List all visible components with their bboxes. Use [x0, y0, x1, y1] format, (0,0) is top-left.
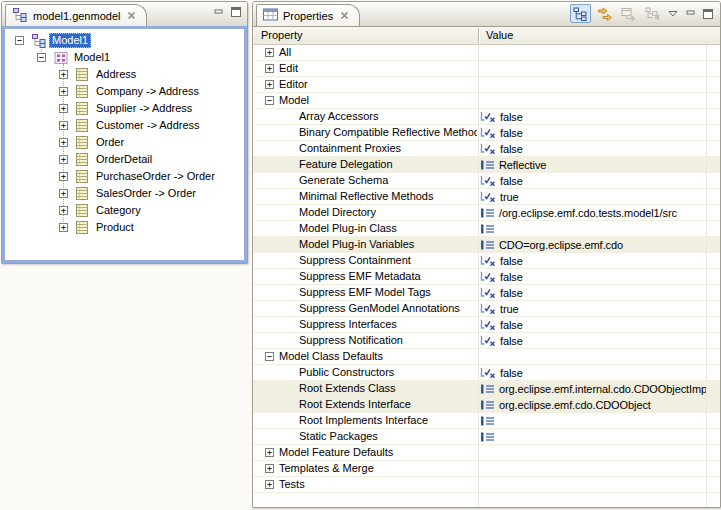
- tree-item[interactable]: −Model1: [5, 32, 244, 49]
- property-row[interactable]: Model Plug-in Class: [253, 221, 720, 237]
- column-header-value[interactable]: Value: [486, 27, 513, 44]
- show-categories-button[interactable]: [570, 4, 591, 23]
- property-category-row[interactable]: +Edit: [253, 61, 720, 77]
- property-value[interactable]: CDO=org.eclipse.emf.cdo: [480, 237, 706, 252]
- tree-item[interactable]: +OrderDetail: [5, 151, 244, 168]
- property-value[interactable]: /org.eclipse.emf.cdo.tests.model1/src: [480, 205, 706, 220]
- property-row[interactable]: Public Constructorsfalse: [253, 365, 720, 381]
- tree-item[interactable]: +Address: [5, 66, 244, 83]
- collapse-icon[interactable]: −: [265, 352, 274, 361]
- property-value[interactable]: org.eclipse.emf.cdo.CDOObject: [480, 397, 706, 412]
- close-icon[interactable]: [340, 11, 349, 20]
- property-row[interactable]: Root Implements Interface: [253, 413, 720, 429]
- property-row[interactable]: Minimal Reflective Methodstrue: [253, 189, 720, 205]
- close-icon[interactable]: [127, 11, 136, 20]
- expand-icon[interactable]: +: [59, 70, 68, 79]
- show-advanced-properties-button[interactable]: [594, 4, 615, 23]
- expand-icon[interactable]: +: [59, 223, 68, 232]
- minimize-button[interactable]: [683, 4, 698, 23]
- tree-item[interactable]: +Company -> Address: [5, 83, 244, 100]
- expand-icon[interactable]: +: [59, 104, 68, 113]
- property-row[interactable]: Suppress EMF Metadatafalse: [253, 269, 720, 285]
- property-row[interactable]: Suppress Interfacesfalse: [253, 317, 720, 333]
- property-row[interactable]: Feature DelegationReflective: [253, 157, 720, 173]
- property-row[interactable]: Static Packages: [253, 429, 720, 445]
- property-value[interactable]: [480, 429, 706, 444]
- maximize-button[interactable]: [231, 7, 242, 17]
- property-value[interactable]: false: [480, 269, 706, 284]
- property-value[interactable]: true: [480, 189, 706, 204]
- property-category-row[interactable]: +Editor: [253, 77, 720, 93]
- property-row[interactable]: Suppress Containmentfalse: [253, 253, 720, 269]
- expand-icon[interactable]: +: [59, 87, 68, 96]
- tab-model1-genmodel[interactable]: model1.genmodel: [5, 4, 147, 26]
- property-value[interactable]: false: [480, 109, 706, 124]
- expand-icon[interactable]: +: [59, 172, 68, 181]
- property-row[interactable]: Suppress EMF Model Tagsfalse: [253, 285, 720, 301]
- tree-item[interactable]: +Category: [5, 202, 244, 219]
- property-value[interactable]: [480, 221, 706, 236]
- minimize-button[interactable]: [214, 8, 224, 17]
- expand-icon[interactable]: +: [265, 448, 274, 457]
- property-row[interactable]: Root Extends Interfaceorg.eclipse.emf.cd…: [253, 397, 720, 413]
- boolean-value-icon: [480, 287, 496, 299]
- collapse-icon[interactable]: −: [37, 53, 46, 62]
- property-row[interactable]: Root Extends Classorg.eclipse.emf.intern…: [253, 381, 720, 397]
- tree-item[interactable]: +PurchaseOrder -> Order: [5, 168, 244, 185]
- property-category-row[interactable]: +Tests: [253, 477, 720, 493]
- property-category-row[interactable]: −Model Class Defaults: [253, 349, 720, 365]
- property-value[interactable]: false: [480, 141, 706, 156]
- property-row[interactable]: Model Plug-in VariablesCDO=org.eclipse.e…: [253, 237, 720, 253]
- property-row[interactable]: Array Accessorsfalse: [253, 109, 720, 125]
- tree-item[interactable]: +Product: [5, 219, 244, 236]
- property-category-row[interactable]: +All: [253, 45, 720, 61]
- expand-icon[interactable]: +: [265, 64, 274, 73]
- property-category-row[interactable]: −Model: [253, 93, 720, 109]
- expand-icon[interactable]: +: [59, 206, 68, 215]
- property-value[interactable]: false: [480, 285, 706, 300]
- expand-icon[interactable]: +: [59, 155, 68, 164]
- expand-icon[interactable]: +: [265, 480, 274, 489]
- property-value[interactable]: false: [480, 317, 706, 332]
- maximize-button[interactable]: [701, 4, 716, 23]
- property-row[interactable]: Generate Schemafalse: [253, 173, 720, 189]
- tree-item[interactable]: +Customer -> Address: [5, 117, 244, 134]
- property-value[interactable]: Reflective: [480, 157, 706, 172]
- property-row[interactable]: Suppress Notificationfalse: [253, 333, 720, 349]
- column-header-property[interactable]: Property: [261, 27, 303, 44]
- expand-icon[interactable]: +: [265, 80, 274, 89]
- property-value[interactable]: org.eclipse.emf.internal.cdo.CDOObjectIm…: [480, 381, 706, 396]
- property-value-text: false: [500, 367, 523, 379]
- property-row[interactable]: Model Directory/org.eclipse.emf.cdo.test…: [253, 205, 720, 221]
- tree-item[interactable]: −Model1: [5, 49, 244, 66]
- tab-properties[interactable]: Properties: [256, 4, 360, 26]
- tree-item[interactable]: +Supplier -> Address: [5, 100, 244, 117]
- tree-item[interactable]: +SalesOrder -> Order: [5, 185, 244, 202]
- property-value-text: Reflective: [499, 159, 546, 171]
- property-value[interactable]: false: [480, 173, 706, 188]
- property-name: Model Directory: [299, 205, 477, 220]
- collapse-icon[interactable]: −: [265, 96, 274, 105]
- collapse-icon[interactable]: −: [15, 36, 24, 45]
- property-value[interactable]: [480, 413, 706, 428]
- expand-icon[interactable]: +: [265, 464, 274, 473]
- expand-icon[interactable]: +: [59, 138, 68, 147]
- property-value[interactable]: true: [480, 301, 706, 316]
- property-value[interactable]: false: [480, 253, 706, 268]
- tree-item-label: Category: [93, 203, 144, 218]
- property-row[interactable]: Suppress GenModel Annotationstrue: [253, 301, 720, 317]
- view-menu-button[interactable]: [666, 4, 680, 23]
- tree-item[interactable]: +Order: [5, 134, 244, 151]
- property-value[interactable]: false: [480, 125, 706, 140]
- column-resize-handle[interactable]: [478, 28, 479, 43]
- genmodel-tree[interactable]: −Model1−Model1+Address+Company -> Addres…: [2, 26, 247, 263]
- property-value[interactable]: false: [480, 333, 706, 348]
- expand-icon[interactable]: +: [59, 189, 68, 198]
- property-row[interactable]: Containment Proxiesfalse: [253, 141, 720, 157]
- property-category-row[interactable]: +Model Feature Defaults: [253, 445, 720, 461]
- expand-icon[interactable]: +: [265, 48, 274, 57]
- property-value[interactable]: false: [480, 365, 706, 380]
- expand-icon[interactable]: +: [59, 121, 68, 130]
- property-category-row[interactable]: +Templates & Merge: [253, 461, 720, 477]
- property-row[interactable]: Binary Compatible Reflective Methodsfals…: [253, 125, 720, 141]
